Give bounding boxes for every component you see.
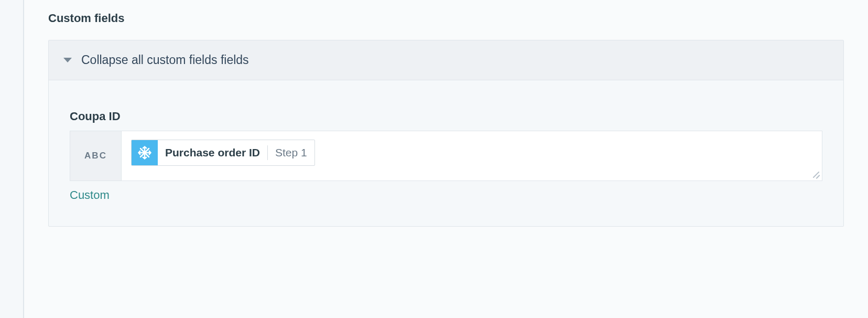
collapse-toggle[interactable]: Collapse all custom fields fields <box>49 40 843 80</box>
section-title: Custom fields <box>48 12 844 25</box>
chevron-down-icon <box>63 58 72 62</box>
custom-fields-container: Custom fields Collapse all custom fields… <box>23 0 868 318</box>
fields-panel: Collapse all custom fields fields Coupa … <box>48 40 844 227</box>
fields-body: Coupa ID ABC <box>49 80 843 226</box>
datapill-purchase-order-id[interactable]: Purchase order ID Step 1 <box>131 140 315 166</box>
type-indicator-abc: ABC <box>70 131 122 181</box>
coupa-id-input-row: ABC <box>70 131 822 181</box>
datapill-label: Purchase order ID <box>158 140 267 165</box>
field-label-coupa-id: Coupa ID <box>70 110 822 123</box>
custom-link[interactable]: Custom <box>70 188 822 202</box>
snowflake-icon <box>132 140 158 165</box>
datapill-step: Step 1 <box>268 140 314 165</box>
collapse-label: Collapse all custom fields fields <box>81 53 249 67</box>
coupa-id-input[interactable]: Purchase order ID Step 1 <box>122 131 822 181</box>
resize-handle-icon <box>810 169 820 178</box>
